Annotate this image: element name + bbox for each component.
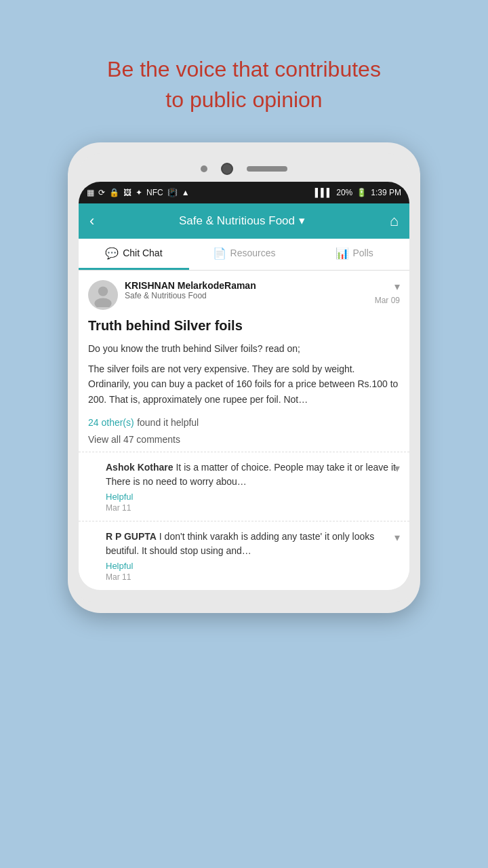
comment-1: ▾ Ashok Kothare It is a matter of choice… <box>79 452 409 521</box>
phone-bottom <box>79 590 409 602</box>
tab-chit-chat-label: Chit Chat <box>123 248 162 258</box>
post-category: Safe & Nutritious Food <box>125 291 368 300</box>
tab-polls[interactable]: 📊 Polls <box>299 239 409 270</box>
msg-icon: ▦ <box>87 188 94 197</box>
post-header-right: ▾ Mar 09 <box>375 280 400 305</box>
chevron-down-icon: ▾ <box>299 214 305 228</box>
comment-1-author: Ashok Kothare <box>106 462 174 473</box>
phone-camera <box>221 163 233 175</box>
svg-point-0 <box>98 286 108 296</box>
helpful-section: 24 other(s) found it helpful <box>79 410 409 431</box>
post-intro: Do you know the truth behind Silver foil… <box>79 338 409 359</box>
status-icons-right: ▌▌▌ 20% 🔋 1:39 PM <box>315 188 401 197</box>
polls-icon: 📊 <box>336 247 349 260</box>
post-title: Truth behind Silver foils <box>79 310 409 338</box>
app-title-text: Safe & Nutritious Food <box>179 214 295 228</box>
comment-2-expand-icon[interactable]: ▾ <box>394 531 400 544</box>
content-area: KRISHNAN MelarkodeRaman Safe & Nutritiou… <box>79 271 409 591</box>
post-date: Mar 09 <box>375 296 400 305</box>
comment-2-author: R P GUPTA <box>106 531 157 542</box>
post-author: KRISHNAN MelarkodeRaman <box>125 280 368 291</box>
nfc-icon: NFC <box>146 188 163 197</box>
phone-screen: ▦ ⟳ 🔒 🖼 ✦ NFC 📳 ▲ ▌▌▌ 20% 🔋 1:39 PM <box>79 182 409 591</box>
signal-bars: ▌▌▌ <box>315 188 333 197</box>
tab-resources[interactable]: 📄 Resources <box>189 239 300 270</box>
comment-1-expand-icon[interactable]: ▾ <box>394 462 400 475</box>
battery-percent: 20% <box>336 188 352 197</box>
photo-icon: 🖼 <box>123 188 131 197</box>
comment-2-text: R P GUPTA I don't think varakh is adding… <box>106 530 400 558</box>
comment-2-date: Mar 11 <box>106 572 400 582</box>
app-bar: ‹ Safe & Nutritious Food ▾ ⌂ <box>79 203 409 239</box>
clock: 1:39 PM <box>371 188 401 197</box>
status-icons-left: ▦ ⟳ 🔒 🖼 ✦ NFC 📳 ▲ <box>87 188 190 197</box>
tab-chit-chat[interactable]: 💬 Chit Chat <box>79 239 189 270</box>
comment-1-date: Mar 11 <box>106 503 400 513</box>
home-button[interactable]: ⌂ <box>390 212 399 230</box>
comment-2: ▾ R P GUPTA I don't think varakh is addi… <box>79 521 409 590</box>
view-comments[interactable]: View all 47 comments <box>79 431 409 452</box>
tab-resources-label: Resources <box>230 248 276 258</box>
phone-top <box>79 153 409 182</box>
tabs-bar: 💬 Chit Chat 📄 Resources 📊 Polls <box>79 239 409 271</box>
wifi-icon: ▲ <box>182 188 190 197</box>
back-button[interactable]: ‹ <box>89 212 94 230</box>
helpful-count[interactable]: 24 other(s) <box>88 417 134 428</box>
post-body-content: The silver foils are not very expensive.… <box>88 363 398 405</box>
bluetooth-icon: ✦ <box>136 188 142 197</box>
helpful-suffix: found it helpful <box>137 417 199 428</box>
tab-polls-label: Polls <box>353 248 373 258</box>
post-meta: KRISHNAN MelarkodeRaman Safe & Nutritiou… <box>125 280 368 300</box>
tagline-line1: Be the voice that contributes <box>107 57 381 81</box>
post-header: KRISHNAN MelarkodeRaman Safe & Nutritiou… <box>79 271 409 310</box>
vibrate-icon: 📳 <box>167 188 178 197</box>
avatar <box>88 280 118 310</box>
status-bar: ▦ ⟳ 🔒 🖼 ✦ NFC 📳 ▲ ▌▌▌ 20% 🔋 1:39 PM <box>79 182 409 203</box>
comment-2-helpful[interactable]: Helpful <box>106 561 400 571</box>
background: Be the voice that contributes to public … <box>0 0 488 613</box>
app-title[interactable]: Safe & Nutritious Food ▾ <box>179 214 305 228</box>
comment-1-text: Ashok Kothare It is a matter of choice. … <box>106 460 400 489</box>
phone-shell: ▦ ⟳ 🔒 🖼 ✦ NFC 📳 ▲ ▌▌▌ 20% 🔋 1:39 PM <box>68 142 420 614</box>
phone-speaker <box>247 166 287 172</box>
lock-icon: 🔒 <box>109 188 119 197</box>
tagline: Be the voice that contributes to public … <box>75 54 413 115</box>
post-body-text: The silver foils are not very expensive.… <box>79 359 409 410</box>
post-intro-text: Do you know the truth behind Silver foil… <box>88 343 300 354</box>
tagline-line2: to public opinion <box>165 87 322 112</box>
post-expand-icon[interactable]: ▾ <box>394 280 400 293</box>
battery-icon: 🔋 <box>357 188 367 197</box>
sync-icon: ⟳ <box>98 188 105 197</box>
phone-sensor <box>201 165 207 172</box>
resources-icon: 📄 <box>213 247 226 260</box>
comment-1-helpful[interactable]: Helpful <box>106 492 400 502</box>
svg-point-1 <box>94 298 111 307</box>
chit-chat-icon: 💬 <box>105 247 119 260</box>
